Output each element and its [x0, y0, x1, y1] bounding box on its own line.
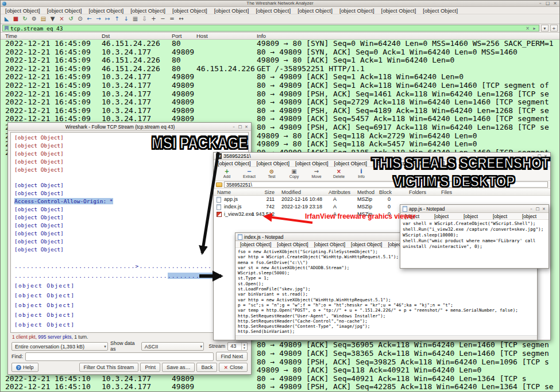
- minimize-button[interactable]: –: [231, 125, 236, 129]
- maximize-button[interactable]: □: [238, 125, 242, 129]
- menu-item[interactable]: [object Object]: [44, 7, 86, 14]
- menu-item[interactable]: [object Object]: [419, 7, 461, 14]
- menu-item[interactable]: [object Object]: [252, 7, 294, 14]
- horizontal-scrollbar[interactable]: [235, 335, 537, 340]
- autoscroll-icon[interactable]: ⇩: [140, 15, 149, 23]
- zoom-in-icon[interactable]: +: [149, 15, 158, 23]
- toolbar-button[interactable]: i Info: [353, 168, 370, 179]
- packet-row[interactable]: 2022-12-21 16:45:09 10.3.24.177 49809 80…: [1, 98, 559, 107]
- packet-row[interactable]: 2022-12-21 16:45:09 46.151.24.226 80 498…: [1, 56, 559, 65]
- menu-item[interactable]: [object Object]: [431, 213, 461, 219]
- filter-out-stream-button[interactable]: Filter Out This Stream: [79, 363, 139, 372]
- packet-row[interactable]: 2022-12-21 16:45:09 10.3.24.177 49809 80…: [1, 48, 559, 57]
- toolbar-button[interactable]: ⊙ Test: [263, 168, 280, 179]
- menu-item[interactable]: [object Object]: [378, 7, 420, 14]
- find-packet-icon[interactable]: ⊙: [76, 15, 84, 23]
- menu-item[interactable]: [object Object]: [215, 160, 254, 166]
- close-dialog-button[interactable]: × Close: [219, 363, 248, 372]
- column-header-dst[interactable]: Dst: [102, 33, 110, 40]
- toolbar-button[interactable]: + Add: [218, 168, 235, 179]
- menu-item[interactable]: [object Object]: [169, 7, 211, 14]
- go-back-icon[interactable]: ←: [85, 15, 94, 23]
- packet-row[interactable]: 2022-12-21 16:45:09 46.151.24.226 80 498…: [1, 40, 559, 48]
- add-filter-button[interactable]: +: [550, 25, 558, 32]
- show-data-as-select[interactable]: ASCII ▾: [141, 342, 204, 351]
- reload-capture-icon[interactable]: ↺: [67, 15, 75, 23]
- colorize-icon[interactable]: ▦: [131, 15, 140, 23]
- menu-item[interactable]: [object Object]: [311, 241, 348, 247]
- zoom-100-icon[interactable]: =: [168, 15, 176, 23]
- menu-item[interactable]: [object Object]: [490, 213, 519, 219]
- menu-item[interactable]: [object Object]: [211, 7, 253, 14]
- minimize-button[interactable]: –: [538, 1, 543, 6]
- maximize-button[interactable]: □: [535, 207, 540, 211]
- print-button[interactable]: Print: [140, 363, 160, 372]
- find-next-button[interactable]: Find Next: [216, 352, 248, 361]
- apply-filter-icon[interactable]: ▸: [532, 26, 537, 31]
- menu-item[interactable]: [object Object]: [254, 160, 293, 166]
- menu-item[interactable]: [object Object]: [127, 7, 169, 14]
- menu-item[interactable]: [object Object]: [519, 213, 549, 219]
- close-button[interactable]: ×: [542, 207, 546, 211]
- column-header-name[interactable]: Name: [217, 189, 231, 196]
- back-button[interactable]: Back: [196, 363, 217, 372]
- filter-history-dropdown[interactable]: ▾: [541, 25, 549, 32]
- menu-item[interactable]: [object Object]: [461, 213, 490, 219]
- restart-capture-icon[interactable]: ↻: [21, 15, 29, 23]
- column-header-host[interactable]: Host: [196, 33, 208, 40]
- menu-item[interactable]: [object Object]: [294, 7, 336, 14]
- menu-item[interactable]: [object Object]: [85, 7, 127, 14]
- menu-item[interactable]: [object Object]: [237, 241, 274, 247]
- filter-bookmark-icon[interactable]: [5, 26, 9, 31]
- spinner-down-icon[interactable]: ▾: [242, 346, 247, 350]
- menu-item[interactable]: [object Object]: [274, 241, 311, 247]
- clear-filter-icon[interactable]: ×: [525, 26, 530, 31]
- menu-item[interactable]: [object Object]: [336, 7, 378, 14]
- stop-capture-icon[interactable]: ■: [11, 15, 20, 23]
- resize-columns-icon[interactable]: ↔: [177, 15, 186, 23]
- maximize-button[interactable]: □: [545, 1, 550, 6]
- close-button[interactable]: ×: [553, 1, 558, 6]
- packet-row[interactable]: 2022-12-21 16:45:09 10.3.24.177 49809 80…: [1, 107, 559, 115]
- minimize-button[interactable]: –: [529, 207, 534, 211]
- zoom-out-icon[interactable]: −: [159, 15, 167, 23]
- help-button[interactable]: ? Help: [11, 363, 38, 372]
- open-capture-icon[interactable]: ▤: [39, 15, 48, 23]
- menu-item[interactable]: [object Object]: [292, 160, 331, 166]
- capture-options-icon[interactable]: ⚙: [30, 15, 38, 23]
- packet-row[interactable]: 2022-12-21 16:45:09 10.3.24.177 49809 80…: [1, 73, 559, 81]
- start-capture-icon[interactable]: ◣: [2, 15, 11, 23]
- find-input[interactable]: [25, 352, 214, 361]
- go-to-packet-icon[interactable]: ↦: [103, 15, 112, 23]
- notepad-text-area[interactable]: var shell = WScript.CreateObject("WScrip…: [400, 220, 549, 268]
- column-header-modified[interactable]: Modified: [281, 189, 301, 196]
- save-capture-icon[interactable]: ▼: [48, 15, 57, 23]
- toolbar-button[interactable]: ▣ Copy: [285, 168, 303, 179]
- toolbar-button[interactable]: → Move: [308, 168, 325, 179]
- display-filter-input[interactable]: tcp.stream eq 43 × ▸: [2, 25, 539, 32]
- column-header-attributes[interactable]: Attributes: [329, 189, 350, 196]
- stream-number-spinner[interactable]: 43 ▴ ▾: [227, 342, 248, 351]
- packet-row[interactable]: 2022-12-21 16:45:09 46.151.24.226 80 46.…: [1, 65, 559, 73]
- column-header-info[interactable]: Info: [257, 33, 266, 40]
- save-as-button[interactable]: Save as…: [162, 363, 195, 372]
- packet-row[interactable]: 2022-12-21 16:45:09 10.3.24.177 49809 80…: [1, 81, 559, 90]
- archive-file-row[interactable]: app.js 211 2022-12-16 10:48 A MSZip 0: [214, 196, 550, 203]
- column-header-size[interactable]: Size: [248, 189, 275, 196]
- packet-row[interactable]: 2022-12-21 16:45:10 10.3.24.177 49809 80…: [1, 375, 559, 383]
- go-first-icon[interactable]: ↑: [113, 15, 121, 23]
- close-button[interactable]: ×: [244, 125, 249, 129]
- packet-row[interactable]: 2022-12-21 16:45:10 10.3.24.177 49809 80…: [1, 383, 559, 391]
- menu-item[interactable]: [object Object]: [331, 160, 370, 166]
- column-header-port[interactable]: Port: [172, 33, 181, 40]
- packet-row[interactable]: 2022-12-21 16:45:09 10.3.24.177 49809 80…: [1, 90, 559, 99]
- column-header-time[interactable]: Time: [5, 33, 17, 40]
- menu-item[interactable]: [object Object]: [2, 7, 44, 14]
- toolbar-button[interactable]: − Extract: [241, 168, 258, 179]
- conversation-select[interactable]: Entire conversation (1,393 kB) ▾: [11, 342, 108, 351]
- close-capture-icon[interactable]: ×: [57, 15, 66, 23]
- go-last-icon[interactable]: ↓: [122, 15, 130, 23]
- toolbar-button[interactable]: × Delete: [330, 168, 347, 179]
- go-forward-icon[interactable]: →: [94, 15, 103, 23]
- menu-item[interactable]: [object Object]: [348, 241, 385, 247]
